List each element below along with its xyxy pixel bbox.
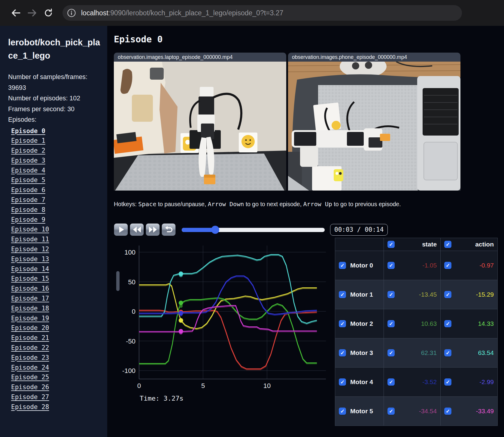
arm-motor-2 xyxy=(347,132,364,146)
state-value: 62.31 xyxy=(421,349,437,356)
episode-link[interactable]: Episode 14 xyxy=(11,264,101,274)
video-panel-laptop[interactable]: observation.images.laptop_episode_000000… xyxy=(114,53,286,191)
forward-icon xyxy=(27,8,37,18)
svg-text:50: 50 xyxy=(128,278,135,286)
episode-link[interactable]: Episode 5 xyxy=(11,175,101,185)
motor-label: Motor 3 xyxy=(350,349,373,356)
action-cell-checkbox[interactable]: ✓ xyxy=(444,262,451,269)
table-row: ✓Motor 3✓62.31✓63.54 xyxy=(335,338,498,368)
svg-text:10: 10 xyxy=(263,382,271,390)
action-value: 63.54 xyxy=(478,349,494,356)
state-cell-checkbox[interactable]: ✓ xyxy=(387,291,395,298)
action-value: -15.29 xyxy=(476,291,494,298)
episode-link[interactable]: Episode 7 xyxy=(11,195,101,205)
state-column-checkbox[interactable]: ✓ xyxy=(387,241,395,248)
episode-link[interactable]: Episode 26 xyxy=(11,382,101,392)
action-cell-checkbox[interactable]: ✓ xyxy=(444,320,451,327)
shirt-print-sand xyxy=(132,95,153,122)
url-host: localhost xyxy=(81,9,108,17)
header-empty-cell xyxy=(335,238,384,251)
play-button[interactable] xyxy=(114,223,128,236)
hotkey-arrow-up: Arrow Up xyxy=(303,200,332,208)
video-frame-laptop[interactable] xyxy=(114,62,286,191)
video-panel-phone[interactable]: observation.images.phone_episode_000000.… xyxy=(288,53,460,191)
video-frame-phone[interactable] xyxy=(288,62,460,191)
hotkeys-prefix: Hotkeys: xyxy=(114,201,138,207)
episode-link[interactable]: Episode 3 xyxy=(11,156,101,166)
state-cell-checkbox[interactable]: ✓ xyxy=(387,408,395,415)
episode-link[interactable]: Episode 9 xyxy=(11,215,101,225)
seek-thumb[interactable] xyxy=(211,226,219,234)
motor-label: Motor 0 xyxy=(350,262,373,269)
episode-link[interactable]: Episode 6 xyxy=(11,185,101,195)
state-value: -34.54 xyxy=(419,408,437,415)
table-header-row: ✓state ✓action xyxy=(335,238,498,251)
main-panel: Episode 0 observation.images.laptop_epis… xyxy=(107,26,504,437)
url-bar[interactable]: localhost:9090/lerobot/koch_pick_place_1… xyxy=(62,5,462,21)
episode-link[interactable]: Episode 18 xyxy=(11,304,101,313)
stat-fps: Frames per second: 30 xyxy=(8,104,89,115)
episode-link[interactable]: Episode 4 xyxy=(11,166,101,176)
episode-link[interactable]: Episode 27 xyxy=(11,392,101,402)
episode-link[interactable]: Episode 20 xyxy=(11,323,101,333)
emoji-sticker-top xyxy=(332,121,341,130)
episode-link[interactable]: Episode 8 xyxy=(11,205,101,215)
state-cell-checkbox[interactable]: ✓ xyxy=(387,320,395,327)
arm-base xyxy=(300,146,318,167)
action-cell-checkbox[interactable]: ✓ xyxy=(444,408,451,415)
svg-text:0: 0 xyxy=(132,308,135,315)
state-cell-checkbox[interactable]: ✓ xyxy=(387,349,395,356)
episode-link[interactable]: Episode 12 xyxy=(11,244,101,254)
episode-link[interactable]: Episode 13 xyxy=(11,254,101,264)
state-value: -3.52 xyxy=(422,378,437,386)
action-cell-checkbox[interactable]: ✓ xyxy=(444,349,451,356)
seek-slider[interactable] xyxy=(182,226,325,234)
shirt-print-dark xyxy=(150,68,164,80)
episode-link[interactable]: Episode 11 xyxy=(11,234,101,244)
svg-text:100: 100 xyxy=(124,249,135,256)
table-row: ✓Motor 5✓-34.54✓-33.49 xyxy=(335,397,498,426)
episode-link[interactable]: Episode 22 xyxy=(11,343,101,353)
episode-link[interactable]: Episode 10 xyxy=(11,225,101,234)
episode-link[interactable]: Episode 21 xyxy=(11,333,101,343)
episode-link[interactable]: Episode 17 xyxy=(11,294,101,304)
episode-link[interactable]: Episode 2 xyxy=(11,146,101,156)
episode-link[interactable]: Episode 25 xyxy=(11,372,101,382)
rewind-icon xyxy=(132,226,141,234)
episode-link[interactable]: Episode 15 xyxy=(11,274,101,284)
motor-table: ✓state ✓action ✓Motor 0✓-1.05✓-0.97✓Moto… xyxy=(335,238,498,426)
loop-button[interactable] xyxy=(162,223,176,236)
rewind-button[interactable] xyxy=(130,223,144,236)
episode-link[interactable]: Episode 0 xyxy=(11,126,101,136)
motor-row-checkbox[interactable]: ✓ xyxy=(339,408,346,415)
motor-row-checkbox[interactable]: ✓ xyxy=(339,378,346,386)
episode-link[interactable]: Episode 16 xyxy=(11,284,101,294)
forward-button[interactable] xyxy=(25,6,39,20)
scrollbar-thumb[interactable] xyxy=(116,271,120,291)
motor-chart[interactable]: 100500-50-1000510 xyxy=(114,238,332,392)
reload-button[interactable] xyxy=(41,6,55,20)
motor-row-checkbox[interactable]: ✓ xyxy=(339,262,346,269)
motor-row-checkbox[interactable]: ✓ xyxy=(339,291,346,298)
action-column-checkbox[interactable]: ✓ xyxy=(444,241,451,248)
episode-link[interactable]: Episode 24 xyxy=(11,363,101,373)
motor-row-checkbox[interactable]: ✓ xyxy=(339,349,346,356)
motor-label: Motor 2 xyxy=(350,320,373,327)
videos-row: observation.images.laptop_episode_000000… xyxy=(114,53,504,191)
episode-link[interactable]: Episode 1 xyxy=(11,136,101,146)
hotkeys-mid1: to pause/unpause, xyxy=(156,201,208,207)
action-cell-checkbox[interactable]: ✓ xyxy=(444,291,451,298)
episode-link[interactable]: Episode 19 xyxy=(11,313,101,323)
motor-row-checkbox[interactable]: ✓ xyxy=(339,320,346,327)
state-cell-checkbox[interactable]: ✓ xyxy=(387,262,395,269)
browser-chrome: localhost:9090/lerobot/koch_pick_place_1… xyxy=(0,0,504,26)
state-cell-checkbox[interactable]: ✓ xyxy=(387,378,395,386)
episode-link[interactable]: Episode 23 xyxy=(11,353,101,363)
fast-forward-button[interactable] xyxy=(146,223,160,236)
state-value: -13.45 xyxy=(419,291,437,298)
episode-link[interactable]: Episode 28 xyxy=(11,402,101,412)
svg-text:5: 5 xyxy=(201,382,205,390)
action-cell-checkbox[interactable]: ✓ xyxy=(444,378,451,386)
info-icon[interactable] xyxy=(65,7,77,19)
back-button[interactable] xyxy=(9,6,23,20)
